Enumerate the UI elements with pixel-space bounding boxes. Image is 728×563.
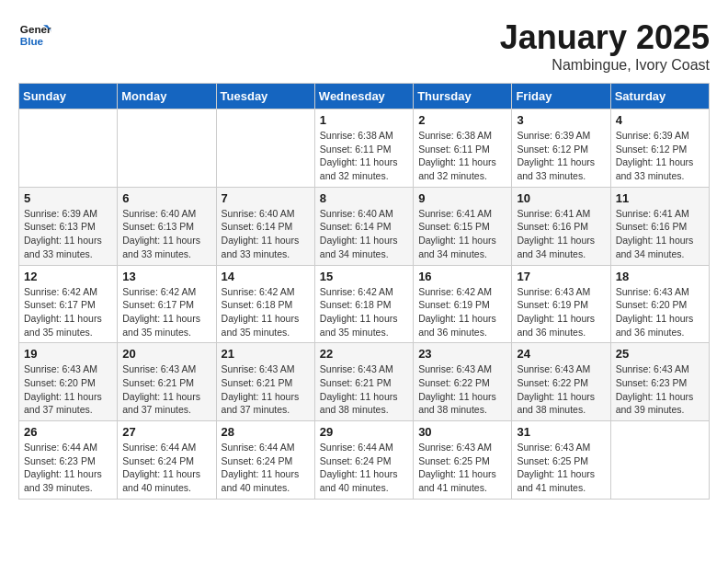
calendar-cell: 15Sunrise: 6:42 AMSunset: 6:18 PMDayligh… [314, 265, 413, 343]
day-number: 5 [24, 191, 112, 205]
day-info: Sunrise: 6:43 AMSunset: 6:22 PMDaylight:… [517, 362, 605, 417]
calendar-cell: 16Sunrise: 6:42 AMSunset: 6:19 PMDayligh… [414, 265, 512, 343]
day-info: Sunrise: 6:42 AMSunset: 6:17 PMDaylight:… [24, 285, 112, 339]
day-info: Sunrise: 6:41 AMSunset: 6:15 PMDaylight:… [418, 207, 506, 261]
calendar-week-row: 1Sunrise: 6:38 AMSunset: 6:11 PMDaylight… [19, 109, 710, 188]
day-number: 3 [517, 113, 605, 127]
day-number: 19 [24, 347, 112, 361]
calendar-cell [216, 109, 314, 188]
calendar-cell: 22Sunrise: 6:43 AMSunset: 6:21 PMDayligh… [314, 343, 413, 421]
day-number: 31 [517, 425, 605, 439]
day-info: Sunrise: 6:40 AMSunset: 6:13 PMDaylight:… [122, 207, 210, 261]
day-number: 2 [418, 113, 506, 127]
day-info: Sunrise: 6:43 AMSunset: 6:25 PMDaylight:… [517, 441, 605, 495]
calendar-cell: 3Sunrise: 6:39 AMSunset: 6:12 PMDaylight… [512, 109, 610, 188]
day-info: Sunrise: 6:40 AMSunset: 6:14 PMDaylight:… [222, 207, 310, 261]
calendar-cell: 11Sunrise: 6:41 AMSunset: 6:16 PMDayligh… [610, 187, 709, 265]
calendar-cell: 5Sunrise: 6:39 AMSunset: 6:13 PMDaylight… [19, 187, 118, 265]
calendar-cell: 12Sunrise: 6:42 AMSunset: 6:17 PMDayligh… [19, 265, 118, 343]
calendar-cell: 19Sunrise: 6:43 AMSunset: 6:20 PMDayligh… [19, 343, 118, 421]
calendar-week-row: 12Sunrise: 6:42 AMSunset: 6:17 PMDayligh… [19, 265, 710, 343]
day-info: Sunrise: 6:42 AMSunset: 6:18 PMDaylight:… [320, 285, 408, 339]
calendar-cell: 26Sunrise: 6:44 AMSunset: 6:23 PMDayligh… [19, 421, 118, 500]
day-info: Sunrise: 6:44 AMSunset: 6:24 PMDaylight:… [222, 441, 310, 495]
day-number: 11 [616, 191, 704, 205]
day-info: Sunrise: 6:43 AMSunset: 6:21 PMDaylight:… [122, 362, 210, 417]
day-info: Sunrise: 6:38 AMSunset: 6:11 PMDaylight:… [418, 129, 506, 183]
day-number: 7 [222, 191, 310, 205]
day-info: Sunrise: 6:44 AMSunset: 6:24 PMDaylight:… [122, 441, 210, 495]
day-number: 27 [122, 425, 210, 439]
calendar-cell: 1Sunrise: 6:38 AMSunset: 6:11 PMDaylight… [314, 109, 413, 188]
calendar-week-row: 19Sunrise: 6:43 AMSunset: 6:20 PMDayligh… [19, 343, 710, 421]
calendar-week-row: 26Sunrise: 6:44 AMSunset: 6:23 PMDayligh… [19, 421, 710, 500]
day-number: 22 [320, 347, 408, 361]
page-header: General Blue January 2025 Nambingue, Ivo… [18, 18, 710, 74]
svg-text:General: General [20, 23, 51, 35]
day-number: 20 [122, 347, 210, 361]
svg-text:Blue: Blue [20, 35, 44, 47]
day-number: 30 [418, 425, 506, 439]
calendar-cell: 17Sunrise: 6:43 AMSunset: 6:19 PMDayligh… [512, 265, 610, 343]
day-info: Sunrise: 6:41 AMSunset: 6:16 PMDaylight:… [517, 207, 605, 261]
calendar-cell: 25Sunrise: 6:43 AMSunset: 6:23 PMDayligh… [610, 343, 709, 421]
weekday-header-sunday: Sunday [19, 84, 118, 109]
day-info: Sunrise: 6:43 AMSunset: 6:20 PMDaylight:… [24, 362, 112, 417]
day-number: 1 [320, 113, 408, 127]
weekday-header-thursday: Thursday [414, 84, 512, 109]
calendar-cell: 18Sunrise: 6:43 AMSunset: 6:20 PMDayligh… [610, 265, 709, 343]
day-number: 25 [616, 347, 704, 361]
location-subtitle: Nambingue, Ivory Coast [500, 57, 710, 74]
calendar-table: SundayMondayTuesdayWednesdayThursdayFrid… [18, 83, 710, 500]
calendar-cell: 13Sunrise: 6:42 AMSunset: 6:17 PMDayligh… [118, 265, 216, 343]
day-info: Sunrise: 6:39 AMSunset: 6:12 PMDaylight:… [517, 129, 605, 183]
day-info: Sunrise: 6:43 AMSunset: 6:21 PMDaylight:… [222, 362, 310, 417]
day-number: 15 [320, 270, 408, 283]
day-number: 29 [320, 425, 408, 439]
month-title: January 2025 [500, 18, 710, 57]
day-number: 13 [122, 270, 210, 283]
calendar-cell: 10Sunrise: 6:41 AMSunset: 6:16 PMDayligh… [512, 187, 610, 265]
calendar-cell [118, 109, 216, 188]
calendar-cell: 14Sunrise: 6:42 AMSunset: 6:18 PMDayligh… [216, 265, 314, 343]
day-info: Sunrise: 6:42 AMSunset: 6:18 PMDaylight:… [222, 285, 310, 339]
day-number: 10 [517, 191, 605, 205]
weekday-header-friday: Friday [512, 84, 610, 109]
calendar-cell: 2Sunrise: 6:38 AMSunset: 6:11 PMDaylight… [414, 109, 512, 188]
day-info: Sunrise: 6:44 AMSunset: 6:24 PMDaylight:… [320, 441, 408, 495]
weekday-header-saturday: Saturday [610, 84, 709, 109]
calendar-cell: 30Sunrise: 6:43 AMSunset: 6:25 PMDayligh… [414, 421, 512, 500]
day-number: 6 [122, 191, 210, 205]
day-number: 12 [24, 270, 112, 283]
calendar-week-row: 5Sunrise: 6:39 AMSunset: 6:13 PMDaylight… [19, 187, 710, 265]
day-info: Sunrise: 6:43 AMSunset: 6:22 PMDaylight:… [418, 362, 506, 417]
day-info: Sunrise: 6:43 AMSunset: 6:25 PMDaylight:… [418, 441, 506, 495]
calendar-cell: 21Sunrise: 6:43 AMSunset: 6:21 PMDayligh… [216, 343, 314, 421]
day-number: 26 [24, 425, 112, 439]
calendar-cell: 20Sunrise: 6:43 AMSunset: 6:21 PMDayligh… [118, 343, 216, 421]
day-number: 4 [616, 113, 704, 127]
day-info: Sunrise: 6:41 AMSunset: 6:16 PMDaylight:… [616, 207, 704, 261]
weekday-header-wednesday: Wednesday [314, 84, 413, 109]
day-info: Sunrise: 6:44 AMSunset: 6:23 PMDaylight:… [24, 441, 112, 495]
day-number: 8 [320, 191, 408, 205]
calendar-cell: 24Sunrise: 6:43 AMSunset: 6:22 PMDayligh… [512, 343, 610, 421]
day-number: 9 [418, 191, 506, 205]
day-info: Sunrise: 6:39 AMSunset: 6:13 PMDaylight:… [24, 207, 112, 261]
day-number: 17 [517, 270, 605, 283]
calendar-cell: 28Sunrise: 6:44 AMSunset: 6:24 PMDayligh… [216, 421, 314, 500]
day-number: 14 [222, 270, 310, 283]
day-info: Sunrise: 6:40 AMSunset: 6:14 PMDaylight:… [320, 207, 408, 261]
logo: General Blue [18, 18, 51, 52]
day-info: Sunrise: 6:39 AMSunset: 6:12 PMDaylight:… [616, 129, 704, 183]
day-info: Sunrise: 6:43 AMSunset: 6:20 PMDaylight:… [616, 285, 704, 339]
calendar-cell: 7Sunrise: 6:40 AMSunset: 6:14 PMDaylight… [216, 187, 314, 265]
weekday-header-monday: Monday [118, 84, 216, 109]
calendar-cell: 31Sunrise: 6:43 AMSunset: 6:25 PMDayligh… [512, 421, 610, 500]
day-info: Sunrise: 6:43 AMSunset: 6:23 PMDaylight:… [616, 362, 704, 417]
calendar-cell: 29Sunrise: 6:44 AMSunset: 6:24 PMDayligh… [314, 421, 413, 500]
weekday-header-tuesday: Tuesday [216, 84, 314, 109]
title-block: January 2025 Nambingue, Ivory Coast [500, 18, 710, 74]
day-number: 24 [517, 347, 605, 361]
day-number: 28 [222, 425, 310, 439]
